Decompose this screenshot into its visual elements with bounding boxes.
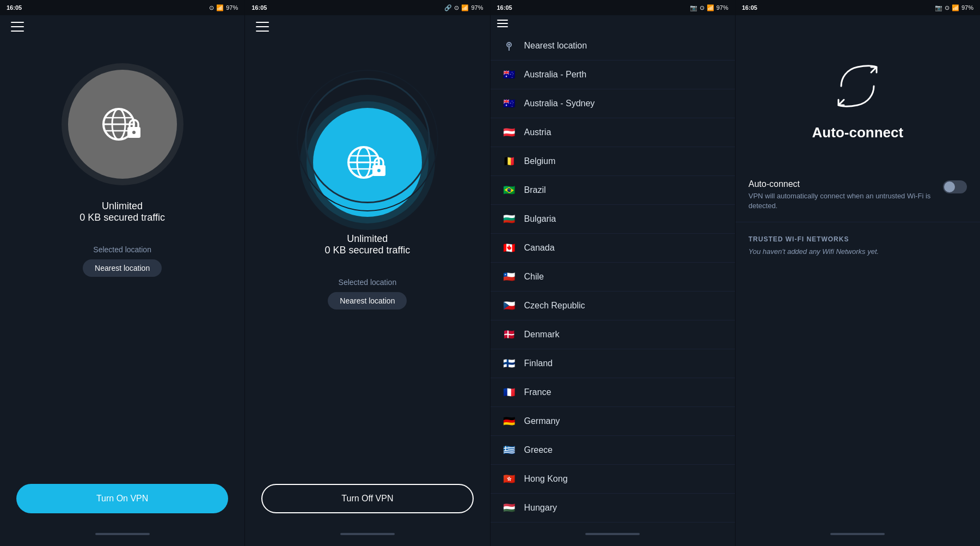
- selected-location-label-2: Selected location: [328, 278, 407, 287]
- turn-on-vpn-button[interactable]: Turn On VPN: [16, 484, 228, 513]
- location-name: Brazil: [524, 185, 546, 195]
- battery-3: 97%: [716, 4, 728, 11]
- wifi-icon-2: 📶: [461, 4, 469, 11]
- status-icons-3: 📷 ⊙ 📶 97%: [690, 4, 728, 11]
- traffic-line1-2: Unlimited: [325, 233, 411, 245]
- country-flag: 🇦🇺: [501, 69, 517, 80]
- location-name: Hungary: [524, 503, 557, 513]
- alarm-icon: ⊙: [209, 4, 214, 11]
- link-icon: 🔗: [444, 4, 452, 11]
- battery-2: 97%: [471, 4, 483, 11]
- location-name: Australia - Sydney: [524, 99, 595, 108]
- panel-auto-connect: 16:05 📷 ⊙ 📶 97% Auto-connect Auto-connec…: [736, 0, 980, 546]
- list-item[interactable]: 🇨🇿 Czech Republic: [491, 292, 735, 320]
- arrows-icon: [830, 59, 885, 113]
- location-name: Greece: [524, 445, 553, 455]
- location-name: Finland: [524, 359, 553, 368]
- location-badge-2[interactable]: Nearest location: [328, 292, 407, 310]
- wifi-icon-4: 📶: [952, 4, 959, 11]
- nearest-icon: [501, 40, 517, 51]
- list-item[interactable]: 🇩🇪 Germany: [491, 407, 735, 436]
- turn-off-vpn-button[interactable]: Turn Off VPN: [261, 484, 473, 513]
- location-name: Bulgaria: [524, 214, 556, 224]
- battery-4: 97%: [961, 4, 973, 11]
- list-item[interactable]: 🇧🇪 Belgium: [491, 147, 735, 176]
- time-2: 16:05: [252, 4, 267, 11]
- toggle-knob: [944, 181, 955, 192]
- wifi-icon-3: 📶: [707, 4, 714, 11]
- traffic-info-1: Unlimited 0 KB secured traffic: [79, 201, 165, 223]
- location-name: France: [524, 387, 552, 397]
- nav-indicator-1: [95, 533, 150, 535]
- list-item[interactable]: 🇨🇦 Canada: [491, 234, 735, 263]
- country-flag: 🇦🇺: [501, 98, 517, 109]
- autoconnect-title: Auto-connect: [736, 124, 980, 141]
- list-item[interactable]: Nearest location: [491, 32, 735, 60]
- battery-1: 97%: [226, 4, 238, 11]
- traffic-line2-1: 0 KB secured traffic: [79, 212, 165, 223]
- cam-icon: 📷: [690, 4, 697, 11]
- status-bar-2: 16:05 🔗 ⊙ 📶 97%: [245, 0, 489, 15]
- status-icons-1: ⊙ 📶 97%: [209, 4, 238, 11]
- location-name: Nearest location: [524, 41, 587, 51]
- location-name: Chile: [524, 272, 544, 282]
- traffic-info-2: Unlimited 0 KB secured traffic: [325, 233, 411, 256]
- location-list[interactable]: Nearest location 🇦🇺 Australia - Perth 🇦🇺…: [491, 32, 735, 546]
- country-flag: 🇧🇬: [501, 214, 517, 225]
- location-name: Austria: [524, 128, 552, 137]
- outer-ring-1: [305, 78, 430, 203]
- trusted-wifi-title: TRUSTED WI-FI NETWORKS: [749, 235, 967, 243]
- country-flag: 🇧🇪: [501, 156, 517, 167]
- panel-connected: 16:05 🔗 ⊙ 📶 97% Un: [245, 0, 490, 546]
- list-item[interactable]: 🇭🇰 Hong Kong: [491, 465, 735, 494]
- svg-point-15: [508, 44, 510, 46]
- menu-button-3[interactable]: [491, 15, 735, 32]
- menu-button-2[interactable]: [256, 22, 269, 32]
- location-name: Belgium: [524, 156, 556, 166]
- globe-lock-icon-disconnected: [98, 100, 147, 149]
- panel-disconnected: 16:05 ⊙ 📶 97% Unlimited 0 KB secured tra…: [0, 0, 245, 546]
- list-item[interactable]: 🇧🇷 Brazil: [491, 176, 735, 205]
- vpn-circle-disconnected[interactable]: [68, 70, 177, 179]
- location-name: Denmark: [524, 330, 560, 339]
- nav-indicator-4: [830, 533, 885, 535]
- location-name: Hong Kong: [524, 474, 568, 484]
- country-flag: 🇭🇺: [501, 502, 517, 513]
- list-item[interactable]: 🇦🇺 Australia - Perth: [491, 60, 735, 89]
- status-bar-1: 16:05 ⊙ 📶 97%: [0, 0, 244, 15]
- nav-indicator-3: [585, 533, 640, 535]
- country-flag: 🇩🇰: [501, 329, 517, 340]
- country-flag: 🇦🇹: [501, 127, 517, 138]
- nav-indicator-2: [340, 533, 395, 535]
- time-1: 16:05: [7, 4, 22, 11]
- setting-title: Auto-connect: [749, 179, 932, 189]
- location-name: Canada: [524, 243, 555, 253]
- autoconnect-setting: Auto-connect VPN will automatically conn…: [736, 168, 980, 222]
- alarm-icon-3: ⊙: [700, 4, 705, 11]
- list-item[interactable]: 🇬🇷 Greece: [491, 436, 735, 465]
- country-flag: 🇫🇮: [501, 358, 517, 369]
- list-item[interactable]: 🇨🇱 Chile: [491, 263, 735, 292]
- setting-text: Auto-connect VPN will automatically conn…: [749, 179, 932, 211]
- list-item[interactable]: 🇫🇮 Finland: [491, 349, 735, 378]
- menu-button-1[interactable]: [11, 22, 24, 32]
- list-item[interactable]: 🇭🇺 Hungary: [491, 494, 735, 523]
- list-item[interactable]: 🇧🇬 Bulgaria: [491, 205, 735, 234]
- autoconnect-toggle[interactable]: [943, 180, 967, 193]
- location-name: Australia - Perth: [524, 70, 587, 80]
- selected-location-label-1: Selected location: [83, 245, 162, 254]
- list-item[interactable]: 🇫🇷 France: [491, 378, 735, 407]
- list-item[interactable]: 🇦🇺 Australia - Sydney: [491, 89, 735, 118]
- status-icons-4: 📷 ⊙ 📶 97%: [935, 4, 973, 11]
- setting-desc: VPN will automatically connect when an u…: [749, 191, 932, 211]
- location-section-2: Selected location Nearest location: [328, 278, 407, 310]
- list-item[interactable]: 🇩🇰 Denmark: [491, 320, 735, 349]
- trusted-wifi-empty: You haven't added any Wifi Networks yet.: [749, 247, 967, 256]
- alarm-icon-2: ⊙: [454, 4, 459, 11]
- country-flag: 🇧🇷: [501, 185, 517, 196]
- country-flag: 🇨🇿: [501, 300, 517, 311]
- status-icons-2: 🔗 ⊙ 📶 97%: [444, 4, 483, 11]
- list-item[interactable]: 🇦🇹 Austria: [491, 118, 735, 147]
- location-badge-1[interactable]: Nearest location: [83, 259, 162, 277]
- auto-connect-icon-area: [736, 59, 980, 113]
